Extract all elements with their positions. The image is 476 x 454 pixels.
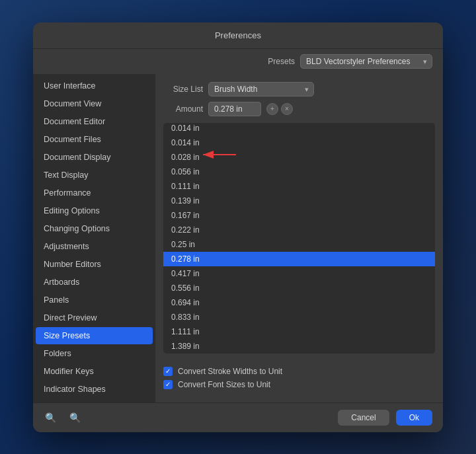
sidebar[interactable]: User InterfaceDocument ViewDocument Edit…: [33, 74, 155, 402]
checkbox-stroke-widths-box[interactable]: [163, 367, 173, 376]
checkbox-stroke-widths[interactable]: Convert Stroke Widths to Unit: [163, 367, 435, 376]
list-item[interactable]: 1.111 in: [163, 324, 435, 339]
sidebar-item-modifier-keys[interactable]: Modifier Keys: [36, 363, 153, 380]
sidebar-item-text-display[interactable]: Text Display: [36, 167, 153, 184]
presets-label: Presets: [268, 57, 295, 66]
right-panel: Size List Brush WidthFont SizeStroke Wid…: [155, 74, 443, 402]
sidebar-item-folders[interactable]: Folders: [36, 345, 153, 362]
size-list-container[interactable]: 0.014 in0.014 in0.014 in0.028 in0.056 in…: [163, 123, 435, 354]
list-item[interactable]: 0.222 in: [163, 223, 435, 237]
list-item[interactable]: 0.167 in: [163, 208, 435, 223]
list-item[interactable]: 0.111 in: [163, 179, 435, 194]
list-item[interactable]: 0.014 in: [163, 123, 435, 135]
presets-select-wrapper[interactable]: BLD Vectorstyler Preferences: [300, 54, 432, 69]
list-item[interactable]: 0.028 in: [163, 150, 435, 165]
checkboxes: Convert Stroke Widths to Unit Convert Fo…: [163, 367, 435, 389]
sidebar-item-artboards[interactable]: Artboards: [36, 274, 153, 291]
presets-bar: Presets BLD Vectorstyler Preferences: [33, 49, 443, 74]
list-item[interactable]: 0.694 in: [163, 295, 435, 310]
bottom-bar: 🔍 🔍 Cancel Ok: [33, 402, 443, 432]
sidebar-item-user-interface[interactable]: User Interface: [36, 77, 153, 95]
checkbox-stroke-widths-label: Convert Stroke Widths to Unit: [178, 367, 282, 376]
amount-buttons: + ×: [266, 103, 293, 115]
list-item[interactable]: 0.25 in: [163, 237, 435, 252]
sidebar-item-panels[interactable]: Panels: [36, 291, 153, 309]
sidebar-item-size-presets[interactable]: Size Presets: [36, 327, 153, 344]
presets-select[interactable]: BLD Vectorstyler Preferences: [300, 54, 432, 69]
checkbox-font-sizes-box[interactable]: [163, 380, 173, 389]
checkbox-font-sizes[interactable]: Convert Font Sizes to Unit: [163, 380, 435, 389]
sidebar-item-document-display[interactable]: Document Display: [36, 149, 153, 166]
preferences-dialog: Preferences Presets BLD Vectorstyler Pre…: [33, 22, 443, 432]
search-icon-btn[interactable]: 🔍: [44, 411, 58, 424]
list-item[interactable]: 0.278 in: [163, 252, 435, 266]
sidebar-item-direct-preview[interactable]: Direct Preview: [36, 309, 153, 326]
amount-input[interactable]: [208, 102, 261, 116]
list-item[interactable]: 0.139 in: [163, 194, 435, 208]
ok-button[interactable]: Ok: [396, 410, 432, 426]
zoom-icon-btn[interactable]: 🔍: [68, 411, 82, 424]
sidebar-item-document-files[interactable]: Document Files: [36, 131, 153, 148]
sidebar-item-document-editor[interactable]: Document Editor: [36, 113, 153, 130]
checkbox-font-sizes-label: Convert Font Sizes to Unit: [178, 380, 270, 389]
sidebar-item-editing-options[interactable]: Editing Options: [36, 202, 153, 219]
list-wrapper: 0.014 in0.014 in0.014 in0.028 in0.056 in…: [163, 123, 435, 360]
sidebar-item-indicator-shapes[interactable]: Indicator Shapes: [36, 381, 153, 398]
sidebar-item-adjustments[interactable]: Adjustments: [36, 238, 153, 255]
sidebar-item-document-view[interactable]: Document View: [36, 95, 153, 112]
sidebar-item-number-editors[interactable]: Number Editors: [36, 256, 153, 273]
list-item[interactable]: 0.556 in: [163, 281, 435, 295]
main-content: User InterfaceDocument ViewDocument Edit…: [33, 74, 443, 402]
amount-row: Amount + ×: [163, 102, 435, 116]
sidebar-item-performance[interactable]: Performance: [36, 184, 153, 202]
dialog-title: Preferences: [215, 30, 261, 40]
list-item[interactable]: 0.833 in: [163, 310, 435, 324]
amount-remove-btn[interactable]: ×: [281, 103, 293, 115]
amount-label: Amount: [163, 104, 203, 114]
list-item[interactable]: 0.014 in: [163, 135, 435, 150]
amount-add-btn[interactable]: +: [266, 103, 278, 115]
size-list-select[interactable]: Brush WidthFont SizeStroke Width: [208, 82, 314, 96]
title-bar: Preferences: [33, 22, 443, 49]
sidebar-item-changing-options[interactable]: Changing Options: [36, 220, 153, 237]
list-item[interactable]: 0.056 in: [163, 165, 435, 179]
list-item[interactable]: 1.389 in: [163, 339, 435, 354]
bottom-left-icons: 🔍 🔍: [44, 411, 331, 424]
size-list-select-wrapper[interactable]: Brush WidthFont SizeStroke Width: [208, 82, 314, 96]
size-list-row: Size List Brush WidthFont SizeStroke Wid…: [163, 82, 435, 96]
cancel-button[interactable]: Cancel: [338, 410, 389, 426]
list-item[interactable]: 0.417 in: [163, 266, 435, 281]
size-list-label: Size List: [163, 85, 203, 94]
